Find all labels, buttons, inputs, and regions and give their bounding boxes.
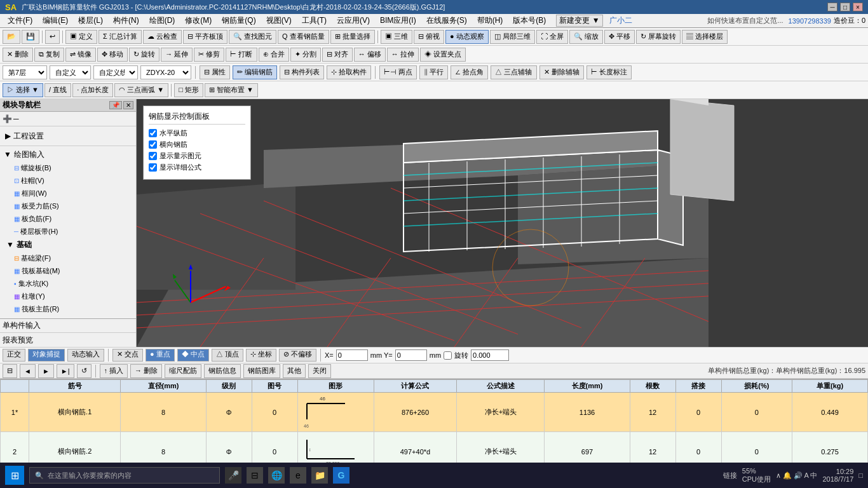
cb-horiz-main[interactable]: 水平纵筋 [149,128,245,138]
notification-icon[interactable]: □ [858,471,863,479]
cb-show-qty-elem-input[interactable] [149,152,157,160]
code-select[interactable]: ZDYX-20 [140,65,191,79]
nav-draw-input[interactable]: ▼ 绘图输入 [1,147,135,161]
btn-topview[interactable]: ⊟ 俯视 [414,30,444,44]
btn-two-point[interactable]: ⊢⊣ 两点 [379,65,417,79]
cb-trans-rebar-input[interactable] [149,140,157,149]
btn-close-tbl[interactable]: 关闭 [308,364,331,378]
btn-define[interactable]: ▣ 定义 [65,30,97,44]
btn-local-3d[interactable]: ◫ 局部三维 [490,30,535,44]
viewport[interactable]: 钢筋显示控制面板 水平纵筋 横向钢筋 显示量示图元 显示详细公式 [137,99,868,347]
btn-copy[interactable]: ⧉ 复制 [34,48,64,62]
btn-open[interactable]: 📂 [3,30,20,44]
btn-rect[interactable]: □ 矩形 [174,83,203,97]
btn-rotate[interactable]: ↻ 旋转 [129,48,159,62]
btn-intersect[interactable]: ✕ 交点 [112,349,143,362]
btn-dynamic-input[interactable]: 动态输入 [67,349,104,362]
btn-3d[interactable]: ▣ 三维 [381,30,412,44]
rotate-cb[interactable] [444,351,452,360]
btn-pan[interactable]: ✥ 平移 [604,30,635,44]
minimize-button[interactable]: ─ [827,3,837,11]
nav-col-pier[interactable]: ▦ 柱墩(Y) [1,290,135,302]
nav-raft-main[interactable]: ▦ 筏板主筋(R) [1,302,135,315]
panel-pin[interactable]: 📌 [109,101,122,109]
btn-save[interactable]: 💾 [22,30,39,44]
btn-scale-rebar[interactable]: 缩尺配筋 [165,364,201,378]
btn-view-rebar[interactable]: Q 查看钢筋量 [278,30,329,44]
btn-offset[interactable]: ↔ 偏移 [354,48,386,62]
menu-edit[interactable]: 编辑(E) [37,14,73,27]
btn-point-length[interactable]: · 点加长度 [72,83,113,97]
nav-frame-gap[interactable]: ▦ 框间(W) [1,187,135,200]
btn-cloud-check[interactable]: ☁ 云检查 [143,30,182,44]
btn-pick-angle[interactable]: ∠ 拾点角 [451,65,488,79]
taskbar-ie[interactable]: e [290,467,306,484]
layer-type-select[interactable]: 自定义 [50,65,91,79]
menu-online[interactable]: 在线服务(S) [421,14,472,27]
nav-project-settings[interactable]: ▶ 工程设置 [3,129,133,143]
btn-fullscreen[interactable]: ⛶ 全屏 [536,30,568,44]
nav-spiral-plate[interactable]: ⊟ 螺旋板(B) [1,161,135,174]
menu-floor[interactable]: 楼层(L) [73,14,108,27]
btn-move[interactable]: ✥ 移动 [97,48,128,62]
btn-zoom[interactable]: 🔍 缩放 [569,30,603,44]
nav-foundation[interactable]: ▼ 基础 [1,238,135,252]
cb-horiz-main-input[interactable] [149,129,157,137]
btn-grip[interactable]: ◈ 设置夹点 [420,48,466,62]
btn-midpt[interactable]: ◆ 中点 [177,349,209,362]
btn-dynamic-obs[interactable]: ● 动态观察 [445,30,489,44]
x-input[interactable] [336,349,368,361]
table-row[interactable]: 1* 横向钢筋.1 8 Φ 0 46 46 876+260 净长+端头 [1,393,868,432]
btn-find-elem[interactable]: 🔍 查找图元 [229,30,276,44]
cb-show-detail-input[interactable] [149,163,157,172]
btn-line[interactable]: / 直线 [44,83,71,97]
rotate-input[interactable] [471,349,509,361]
btn-break[interactable]: ⊢ 打断 [226,48,257,62]
btn-orthogonal[interactable]: 正交 [3,349,25,362]
taskbar-mic[interactable]: 🎤 [225,467,241,484]
btn-nav-end[interactable]: ►| [57,364,74,378]
nav-floor-band[interactable]: ─ 楼层板带(H) [1,225,135,238]
menu-draw[interactable]: 绘图(D) [144,14,180,27]
btn-edit-rebar[interactable]: ✏ 编辑钢筋 [233,65,277,79]
nav-found-beam[interactable]: ⊟ 基础梁(F) [1,252,135,264]
nav-raft[interactable]: ▦ 筏板基础(M) [1,264,135,277]
btn-snap[interactable]: 对象捕捉 [28,349,65,362]
btn-trim[interactable]: ✂ 修剪 [194,48,224,62]
btn-sum[interactable]: Σ 汇总计算 [98,30,142,44]
btn-single-comp[interactable]: 单构件输入 [0,319,136,333]
btn-nav-home[interactable]: ⊟ [3,364,17,378]
btn-rebar-info[interactable]: 钢筋信息 [204,364,241,378]
btn-delete[interactable]: ✕ 删除 [3,48,33,62]
btn-vertex[interactable]: △ 顶点 [212,349,243,362]
nav-col-cap[interactable]: ⊡ 柱帽(V) [1,174,135,187]
menu-tools[interactable]: 工具(T) [297,14,332,27]
y-input[interactable] [395,349,427,361]
menu-cloud[interactable]: 云应用(V) [332,14,375,27]
menu-help[interactable]: 帮助(H) [472,14,508,27]
taskbar-folder[interactable]: 📁 [311,467,328,484]
panel-icon-2[interactable]: ─ [13,114,19,123]
btn-tbl-delete[interactable]: → 删除 [130,364,162,378]
cb-show-detail[interactable]: 显示详细公式 [149,163,245,172]
menu-version[interactable]: 版本号(B) [508,14,551,27]
cb-show-qty-elem[interactable]: 显示量示图元 [149,151,245,161]
btn-insert[interactable]: ↑ 插入 [100,364,128,378]
btn-coord[interactable]: ⊹ 坐标 [246,349,276,362]
taskbar-edge[interactable]: 🌐 [268,467,285,484]
menu-rebar-qty[interactable]: 钢筋量(Q) [217,14,261,27]
btn-parallel[interactable]: ∥ 平行 [419,65,448,79]
btn-three-point-aux[interactable]: △ 三点辅轴 [491,65,536,79]
btn-property[interactable]: ⊟ 属性 [200,65,230,79]
taskbar-store[interactable]: ⊟ [247,467,263,484]
menu-file[interactable]: 文件(F) [3,14,37,27]
btn-length-dim[interactable]: ⊢ 长度标注 [587,65,632,79]
panel-icon-1[interactable]: ➕ [3,114,12,123]
line-type-select[interactable]: 自定义线 [93,65,138,79]
btn-screen-rotate[interactable]: ↻ 屏幕旋转 [636,30,681,44]
menu-view[interactable]: 视图(V) [261,14,297,27]
layer-select[interactable]: 第7层 [3,65,47,79]
btn-batch-sel[interactable]: ⊞ 批量选择 [330,30,375,44]
taskbar-gjd[interactable]: G [333,467,349,484]
btn-rebar-lib[interactable]: 钢筋图库 [243,364,280,378]
